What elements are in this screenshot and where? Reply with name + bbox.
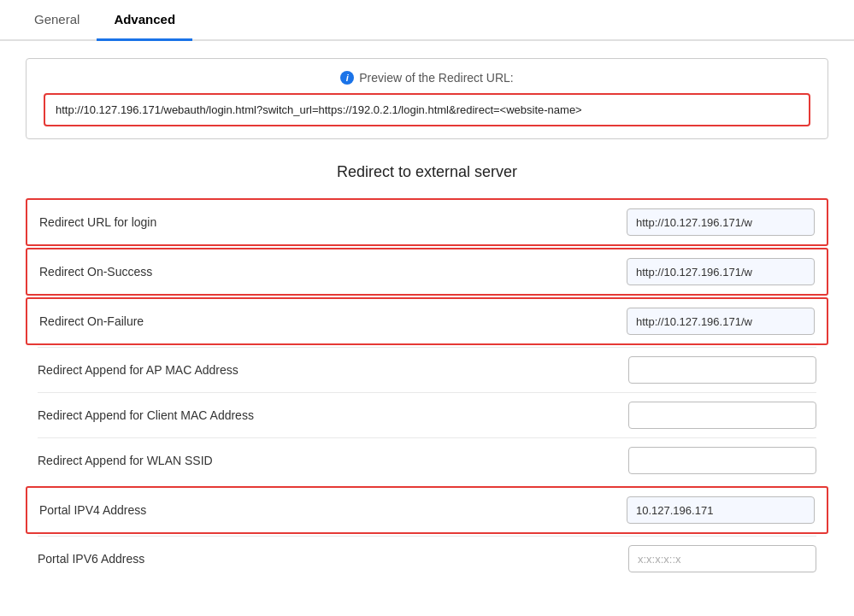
form-row: Redirect Append for AP MAC Address xyxy=(26,348,828,392)
redirect-url-login-label: Redirect URL for login xyxy=(27,205,627,239)
form-row: Portal IPV4 Address xyxy=(27,488,827,532)
portal-ipv6-label: Portal IPV6 Address xyxy=(26,542,628,576)
section-title: Redirect to external server xyxy=(26,163,828,181)
tab-general[interactable]: General xyxy=(17,0,97,41)
form-row: Redirect URL for login xyxy=(27,200,827,244)
redirect-on-failure-input[interactable] xyxy=(627,308,815,335)
redirect-wlan-ssid-label: Redirect Append for WLAN SSID xyxy=(26,443,628,478)
row-redirect-on-success: Redirect On-Success xyxy=(26,248,828,296)
form-rows-container: Redirect URL for login Redirect On-Succe… xyxy=(26,198,828,581)
redirect-ap-mac-label: Redirect Append for AP MAC Address xyxy=(26,353,628,387)
tab-bar: General Advanced xyxy=(0,0,854,41)
redirect-on-success-label: Redirect On-Success xyxy=(27,255,627,289)
redirect-client-mac-label: Redirect Append for Client MAC Address xyxy=(26,398,628,432)
tab-advanced[interactable]: Advanced xyxy=(97,0,192,41)
form-row: Redirect Append for Client MAC Address xyxy=(26,393,828,437)
redirect-url-login-input[interactable] xyxy=(627,208,815,236)
redirect-client-mac-input[interactable] xyxy=(628,402,816,429)
preview-label: i Preview of the Redirect URL: xyxy=(44,71,810,85)
main-content: i Preview of the Redirect URL: http://10… xyxy=(0,41,854,598)
form-row: Redirect On-Success xyxy=(27,249,827,294)
row-redirect-ap-mac: Redirect Append for AP MAC Address xyxy=(26,347,828,392)
redirect-on-success-input[interactable] xyxy=(627,258,815,285)
redirect-on-failure-label: Redirect On-Failure xyxy=(27,304,627,338)
redirect-ap-mac-input[interactable] xyxy=(628,356,816,384)
row-redirect-client-mac: Redirect Append for Client MAC Address xyxy=(26,392,828,437)
portal-ipv4-label: Portal IPV4 Address xyxy=(27,493,627,527)
row-redirect-url-login: Redirect URL for login xyxy=(26,198,828,246)
form-row: Redirect On-Failure xyxy=(27,299,827,343)
row-portal-ipv4: Portal IPV4 Address xyxy=(26,486,828,534)
row-redirect-wlan-ssid: Redirect Append for WLAN SSID xyxy=(26,437,828,483)
info-icon: i xyxy=(340,71,354,85)
row-portal-ipv6: Portal IPV6 Address xyxy=(26,536,828,581)
form-row: Redirect Append for WLAN SSID xyxy=(26,438,828,483)
portal-ipv6-input[interactable] xyxy=(628,545,816,572)
form-row: Portal IPV6 Address xyxy=(26,537,828,581)
portal-ipv4-input[interactable] xyxy=(627,496,815,524)
redirect-wlan-ssid-input[interactable] xyxy=(628,447,816,474)
preview-section: i Preview of the Redirect URL: http://10… xyxy=(26,58,828,139)
row-redirect-on-failure: Redirect On-Failure xyxy=(26,297,828,345)
preview-url-box: http://10.127.196.171/webauth/login.html… xyxy=(44,93,810,126)
preview-label-text: Preview of the Redirect URL: xyxy=(359,71,514,85)
